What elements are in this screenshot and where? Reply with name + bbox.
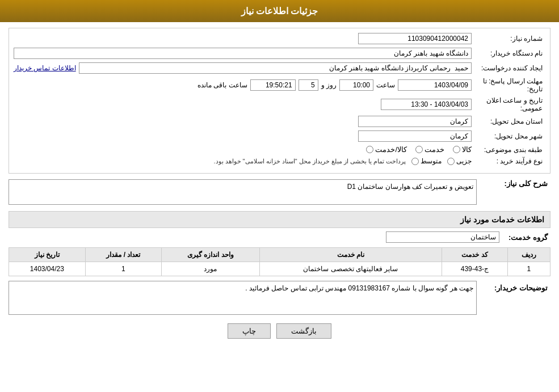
buyer-notes-label: توضیحات خریدار: [477,281,550,292]
radio-khedmat-label: خدمت [424,145,444,154]
shahr-input[interactable] [358,130,472,142]
back-button[interactable]: بازگشت [276,323,331,339]
purchase-type-group: جزیی متوسط پرداخت تمام یا بخشی از مبلغ خ… [213,157,472,165]
cell-tarikh: 1403/04/23 [9,262,86,276]
col-vahed: واحد اندازه گیری [162,248,259,262]
col-nam: نام خدمت [259,248,442,262]
roz-input[interactable] [299,79,318,91]
content-area: شماره نیاز: نام دستگاه خریدار: ایجاد کنن… [0,22,559,350]
grohe-label: گروه خدمت: [499,233,550,242]
radio-motevaset[interactable] [411,158,419,165]
tabaqe-value-col: کالا خدمت کالا/خدمت [14,145,472,154]
shomareNiaz-row: شماره نیاز: [14,33,545,44]
saat-label: ساعت [376,81,395,89]
radio-khedmat-item: خدمت [415,145,444,154]
radio-motevaset-item: متوسط [411,157,442,165]
shahr-label: شهر محل تحویل: [472,132,545,140]
noeFarayand-row: نوع فرآیند خرید : جزیی متوسط پرداخت تمام… [14,157,545,165]
radio-motevaset-label: متوسط [421,157,442,165]
tarikheElam-row: تاریخ و ساعت اعلان عمومی: [14,96,545,112]
page-title: جزئیات اطلاعات نیاز [241,6,318,16]
baghimande-label: ساعت باقی مانده [197,81,247,89]
services-table-section: ردیف کد خدمت نام خدمت واحد اندازه گیری ت… [9,247,550,276]
noeFarayand-value-col: جزیی متوسط پرداخت تمام یا بخشی از مبلغ خ… [14,157,472,165]
page-header: جزئیات اطلاعات نیاز [0,0,559,22]
col-tarikh: تاریخ نیاز [9,248,86,262]
radio-jazee-label: جزیی [456,157,472,165]
col-tedad: تعداد / مقدار [85,248,162,262]
table-body: 1 ج-43-439 سایر فعالیتهای تخصصی ساختمان … [9,262,550,276]
buyer-notes-content: جهت هر گونه سوال با شماره 09131983167 مه… [9,281,477,315]
shomareNiaz-label: شماره نیاز: [472,35,545,43]
radio-kala-label: کالا [462,145,472,154]
radio-kala-khedmat-label: کالا/خدمت [375,145,407,154]
tabaqe-row: طبقه بندی موضوعی: کالا خدمت کالا/خدمت [14,145,545,154]
namDastgah-row: نام دستگاه خریدار: [14,48,545,59]
namDastgah-input[interactable] [14,48,472,59]
shomareNiaz-input[interactable] [358,33,472,44]
radio-khedmat[interactable] [415,146,423,153]
namDastgah-label: نام دستگاه خریدار: [472,49,545,57]
tabaqe-radio-group: کالا خدمت کالا/خدمت [366,145,472,154]
ostan-row: استان محل تحویل: [14,116,545,127]
buyer-notes-section: توضیحات خریدار: جهت هر گونه سوال با شمار… [9,281,550,315]
ostan-input[interactable] [358,116,472,127]
col-radif: ردیف [507,248,550,262]
ijadKonande-label: ایجاد کننده درخواست: [472,64,545,72]
grohe-value [9,231,499,243]
countdown-input[interactable] [250,79,296,91]
radio-jazee[interactable] [447,158,455,165]
mohlat-value-col: ساعت روز و ساعت باقی مانده [14,79,472,91]
noeFarayand-label: نوع فرآیند خرید : [472,157,545,165]
tabaqe-label: طبقه بندی موضوعی: [472,146,545,154]
cell-radif: 1 [507,262,550,276]
ijadKonande-input[interactable] [79,62,472,74]
ijadKonande-row: ایجاد کننده درخواست: اطلاعات تماس خریدار [14,62,545,74]
sharh-textarea[interactable]: تعویض و تعمیرات کف هوارسان ساختمان D1 [9,179,477,205]
buyer-notes-text: جهت هر گونه سوال با شماره 09131983167 مه… [245,284,473,292]
table-header-row: ردیف کد خدمت نام خدمت واحد اندازه گیری ت… [9,248,550,262]
shomareNiaz-value-col [14,33,472,44]
page-wrapper: جزئیات اطلاعات نیاز شماره نیاز: نام دستگ… [0,0,559,392]
table-head: ردیف کد خدمت نام خدمت واحد اندازه گیری ت… [9,248,550,262]
radio-kala-khedmat[interactable] [366,146,373,153]
radio-kala[interactable] [453,146,460,153]
mohlat-label: مهلت ارسال پاسخ: تا تاریخ: [472,77,545,93]
namDastgah-value-col [14,48,472,59]
cell-vahed: مورد [162,262,259,276]
grohe-row: گروه خدمت: [9,231,550,243]
radio-kala-item: کالا [453,145,472,154]
ijadKonande-value-col: اطلاعات تماس خریدار [14,62,472,74]
radio-kala-khedmat-item: کالا/خدمت [366,145,407,154]
main-info-section: شماره نیاز: نام دستگاه خریدار: ایجاد کنن… [9,28,550,174]
grohe-input[interactable] [386,231,499,243]
services-table: ردیف کد خدمت نام خدمت واحد اندازه گیری ت… [9,247,550,276]
radio-jazee-item: جزیی [447,157,472,165]
tarikheElam-label: تاریخ و ساعت اعلان عمومی: [472,96,545,112]
shahr-row: شهر محل تحویل: [14,130,545,142]
cell-nam: سایر فعالیتهای تخصصی ساختمان [259,262,442,276]
shahr-value-col [14,130,472,142]
sharh-label: شرح کلی نیاز: [477,179,550,188]
col-kod: کد خدمت [442,248,507,262]
mohlat-date-input[interactable] [398,79,472,91]
cell-tedad: 1 [85,262,162,276]
ostan-label: استان محل تحویل: [472,117,545,125]
mohlat-inline: ساعت روز و ساعت باقی مانده [197,79,472,91]
purchase-desc: پرداخت تمام یا بخشی از مبلغ خریداز محل "… [213,158,406,165]
etelaatTamas-link[interactable]: اطلاعات تماس خریدار [14,64,76,72]
ostan-value-col [14,116,472,127]
print-button[interactable]: چاپ [228,323,271,339]
sharh-content: تعویض و تعمیرات کف هوارسان ساختمان D1 [9,179,477,206]
saat-input[interactable] [339,79,373,91]
sharh-section: شرح کلی نیاز: تعویض و تعمیرات کف هوارسان… [9,179,550,206]
cell-kod: ج-43-439 [442,262,507,276]
table-row: 1 ج-43-439 سایر فعالیتهای تخصصی ساختمان … [9,262,550,276]
tarikheElam-input[interactable] [381,99,472,110]
mohlat-row: مهلت ارسال پاسخ: تا تاریخ: ساعت روز و سا… [14,77,545,93]
services-section-header: اطلاعات خدمات مورد نیاز [9,211,550,228]
buttons-row: بازگشت چاپ [9,323,550,339]
tarikheElam-value-col [14,99,472,110]
roz-label: روز و [321,81,337,89]
